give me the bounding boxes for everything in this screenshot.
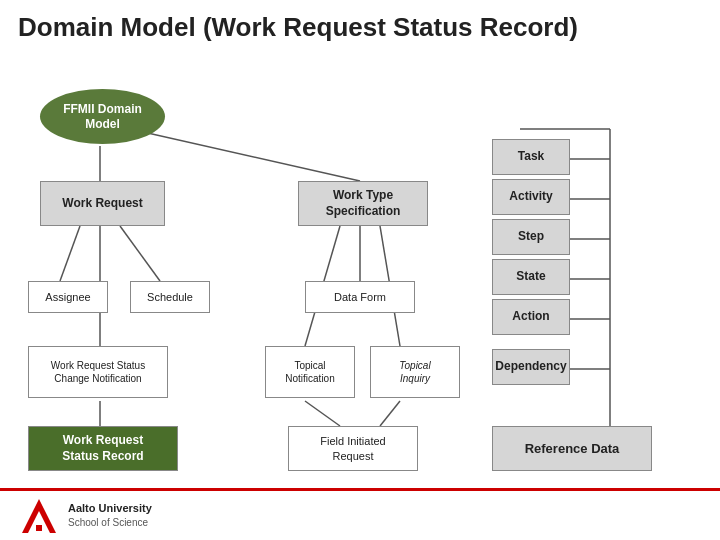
activity-node: Activity xyxy=(492,179,570,215)
svg-line-3 xyxy=(120,226,160,281)
school-name: School of Science xyxy=(68,516,152,530)
diagram-area: FFMII Domain Model Work Request Work Typ… xyxy=(0,51,720,481)
reference-data-node: Reference Data xyxy=(492,426,652,471)
footer: Aalto University School of Science xyxy=(0,488,720,540)
action-node: Action xyxy=(492,299,570,335)
data-form-node: Data Form xyxy=(305,281,415,313)
svg-line-1 xyxy=(130,129,360,181)
ffmii-node: FFMII Domain Model xyxy=(40,89,165,144)
svg-line-9 xyxy=(305,401,340,426)
topical-notification-node: Topical Notification xyxy=(265,346,355,398)
wr-status-change-node: Work Request Status Change Notification xyxy=(28,346,168,398)
svg-rect-23 xyxy=(36,525,42,531)
state-node: State xyxy=(492,259,570,295)
work-type-spec-node: Work Type Specification xyxy=(298,181,428,226)
wr-status-record-node: Work Request Status Record xyxy=(28,426,178,471)
work-request-node: Work Request xyxy=(40,181,165,226)
step-node: Step xyxy=(492,219,570,255)
task-node: Task xyxy=(492,139,570,175)
field-initiated-request-node: Field Initiated Request xyxy=(288,426,418,471)
aalto-logo: Aalto University School of Science xyxy=(18,495,152,537)
university-name: Aalto University xyxy=(68,501,152,516)
aalto-logo-icon xyxy=(18,495,60,537)
dependency-node: Dependency xyxy=(492,349,570,385)
assignee-node: Assignee xyxy=(28,281,108,313)
schedule-node: Schedule xyxy=(130,281,210,313)
topical-inquiry-node: Topical Inquiry xyxy=(370,346,460,398)
page-title: Domain Model (Work Request Status Record… xyxy=(0,0,720,51)
svg-line-2 xyxy=(60,226,80,281)
svg-line-10 xyxy=(380,401,400,426)
